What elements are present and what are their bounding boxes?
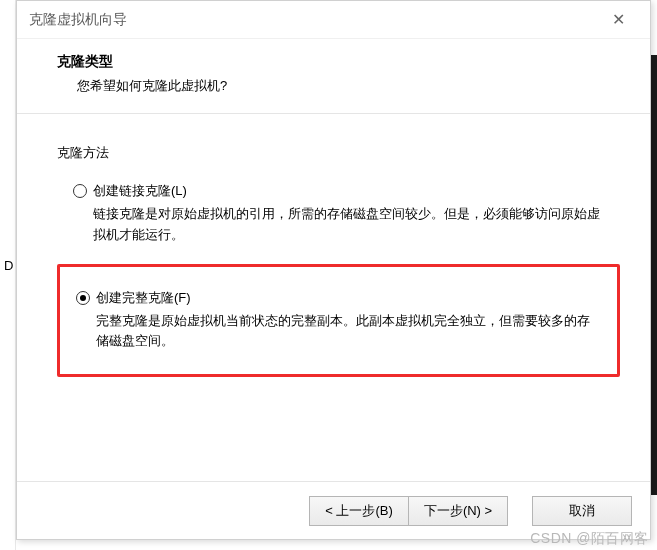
radio-selected-dot [80,295,86,301]
option-desc-linked: 链接克隆是对原始虚拟机的引用，所需的存储磁盘空间较少。但是，必须能够访问原始虚拟… [93,204,604,246]
background-dark-strip [651,55,657,495]
radio-label-linked: 创建链接克隆(L) [93,182,187,200]
cancel-button[interactable]: 取消 [532,496,632,526]
radio-label-full: 创建完整克隆(F) [96,289,191,307]
next-button[interactable]: 下一步(N) > [408,496,508,526]
close-icon[interactable]: ✕ [598,10,638,29]
wizard-body: 克隆方法 创建链接克隆(L) 链接克隆是对原始虚拟机的引用，所需的存储磁盘空间较… [17,114,650,391]
background-char: D [4,258,13,273]
radio-icon [76,291,90,305]
header-title: 克隆类型 [57,53,610,71]
background-panel [0,0,16,550]
header-subtitle: 您希望如何克隆此虚拟机? [77,77,610,95]
clone-wizard-dialog: 克隆虚拟机向导 ✕ 克隆类型 您希望如何克隆此虚拟机? 克隆方法 创建链接克隆(… [16,0,651,540]
back-button[interactable]: < 上一步(B) [309,496,409,526]
dialog-title: 克隆虚拟机向导 [29,11,127,29]
group-title: 克隆方法 [57,144,620,162]
option-full-clone: 创建完整克隆(F) 完整克隆是原始虚拟机当前状态的完整副本。此副本虚拟机完全独立… [57,264,620,378]
radio-linked-clone[interactable]: 创建链接克隆(L) [73,182,604,200]
wizard-header: 克隆类型 您希望如何克隆此虚拟机? [17,39,650,114]
watermark: CSDN @陌百网客 [530,530,649,548]
option-linked-clone: 创建链接克隆(L) 链接克隆是对原始虚拟机的引用，所需的存储磁盘空间较少。但是，… [57,176,620,256]
radio-full-clone[interactable]: 创建完整克隆(F) [76,289,601,307]
radio-icon [73,184,87,198]
titlebar: 克隆虚拟机向导 ✕ [17,1,650,39]
option-desc-full: 完整克隆是原始虚拟机当前状态的完整副本。此副本虚拟机完全独立，但需要较多的存储磁… [96,311,601,353]
